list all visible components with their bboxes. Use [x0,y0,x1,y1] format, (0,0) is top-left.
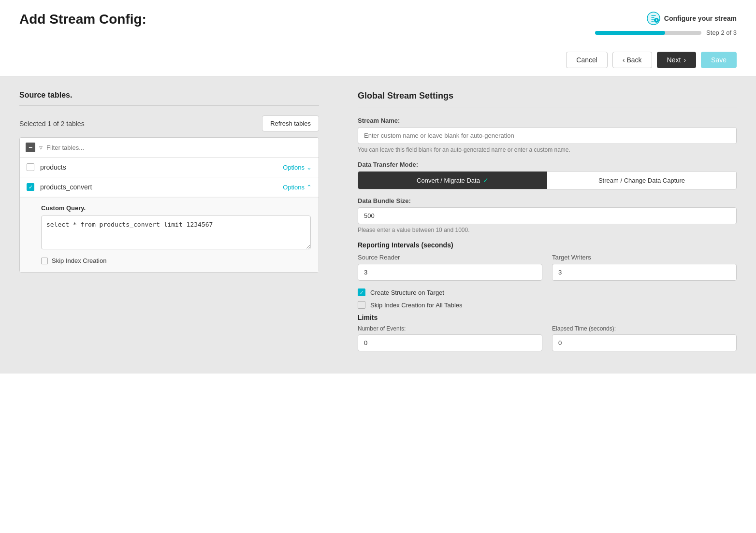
number-of-events-group: Number of Events: [358,325,542,351]
data-bundle-size-input[interactable] [358,207,737,224]
table-row-expanded: ✓ products_convert Options ⌃ Custom Quer… [20,177,319,272]
back-arrow-icon: ‹ [623,56,625,64]
check-icon: ✓ [483,176,489,184]
stream-name-input[interactable] [358,127,737,144]
target-writers-input[interactable] [552,264,737,281]
filter-icon: ▿ [39,144,43,151]
mode-stream-cdc-button[interactable]: Stream / Change Data Capture [547,172,736,189]
data-bundle-size-hint: Please enter a value between 10 and 1000… [358,227,737,233]
stream-name-label: Stream Name: [358,117,737,124]
stream-name-hint: You can leave this field blank for an au… [358,146,737,153]
data-bundle-size-group: Data Bundle Size: Please enter a value b… [358,197,737,233]
wizard-info: Configure your stream Step 2 of 3 [595,12,737,36]
left-panel: Source tables. Selected 1 of 2 tables Re… [0,76,338,374]
custom-query-label: Custom Query. [41,204,311,212]
skip-index-all-label: Skip Index Creation for All Tables [370,302,463,309]
wizard-label-text: Configure your stream [664,14,737,22]
expanded-options-panel: Custom Query. select * from products_con… [20,197,319,272]
skip-index-row: Skip Index Creation [41,257,311,264]
progress-bar-fill [595,31,665,35]
back-button[interactable]: ‹ Back [612,52,652,68]
filter-row: − ▿ [20,138,319,158]
skip-index-all-checkbox[interactable] [358,301,365,309]
next-button[interactable]: Next › [657,52,696,68]
chevron-up-icon: ⌃ [306,184,312,191]
progress-bar-bg [595,31,701,35]
source-reader-input[interactable] [358,264,542,281]
limits-row: Number of Events: Elapsed Time (seconds)… [358,325,737,351]
step-label: Step 2 of 3 [706,29,737,36]
source-reader-label: Source Reader [358,254,542,261]
page-title: Add Stream Config: [19,12,146,27]
filter-tables-input[interactable] [46,144,313,151]
skip-index-label: Skip Index Creation [52,257,106,264]
custom-query-textarea[interactable]: select * from products_convert limit 123… [41,216,311,249]
reporting-intervals-group: Reporting Intervals (seconds) Source Rea… [358,241,737,281]
create-structure-label: Create Structure on Target [370,289,444,296]
right-panel: Global Stream Settings Stream Name: You … [338,76,756,374]
limits-group: Limits Number of Events: Elapsed Time (s… [358,314,737,351]
target-writers-label: Target Writers [552,254,737,261]
elapsed-time-group: Elapsed Time (seconds): [552,325,737,351]
cancel-button[interactable]: Cancel [566,52,608,68]
table-list-container: − ▿ products Options ⌄ ✓ products [19,137,319,273]
deselect-all-button[interactable]: − [26,143,35,152]
action-bar: Cancel ‹ Back Next › Save [0,44,756,76]
skip-index-all-row: Skip Index Creation for All Tables [358,301,737,309]
mode-convert-migrate-button[interactable]: Convert / Migrate Data ✓ [358,172,547,189]
limits-title: Limits [358,314,737,321]
refresh-tables-button[interactable]: Refresh tables [262,115,319,131]
stream-name-group: Stream Name: You can leave this field bl… [358,117,737,153]
skip-index-checkbox[interactable] [41,258,48,264]
table-row: products Options ⌄ [20,158,319,177]
number-of-events-label: Number of Events: [358,325,542,332]
reporting-intervals-title: Reporting Intervals (seconds) [358,241,737,249]
selected-count: Selected 1 of 2 tables [19,120,85,128]
global-settings-title: Global Stream Settings [358,91,737,101]
source-tables-title: Source tables. [19,91,319,100]
table-selection-header: Selected 1 of 2 tables Refresh tables [19,115,319,131]
table-name-products-convert: products_convert [40,183,277,191]
table-row: ✓ products_convert Options ⌃ [20,177,319,197]
number-of-events-input[interactable] [358,334,542,351]
data-transfer-mode-group: Data Transfer Mode: Convert / Migrate Da… [358,161,737,189]
elapsed-time-input[interactable] [552,334,737,351]
table-name-products: products [40,163,277,171]
data-transfer-mode-label: Data Transfer Mode: [358,161,737,168]
save-button[interactable]: Save [701,52,737,68]
svg-point-0 [647,12,660,25]
table-checkbox-products[interactable] [27,163,34,171]
target-writers-group: Target Writers [552,254,737,281]
table-options-products-convert[interactable]: Options ⌃ [283,184,312,191]
next-arrow-icon: › [683,56,686,64]
right-section-divider [358,107,737,107]
create-structure-row: ✓ Create Structure on Target [358,288,737,296]
source-reader-group: Source Reader [358,254,542,281]
chevron-down-icon: ⌄ [306,164,312,171]
table-checkbox-products-convert[interactable]: ✓ [27,183,34,191]
section-divider [19,105,319,106]
mode-buttons: Convert / Migrate Data ✓ Stream / Change… [358,171,737,189]
data-bundle-size-label: Data Bundle Size: [358,197,737,204]
create-structure-checkbox[interactable]: ✓ [358,288,365,296]
intervals-row: Source Reader Target Writers [358,254,737,281]
configure-stream-icon [647,12,660,25]
elapsed-time-label: Elapsed Time (seconds): [552,325,737,332]
table-options-products[interactable]: Options ⌄ [283,164,312,171]
